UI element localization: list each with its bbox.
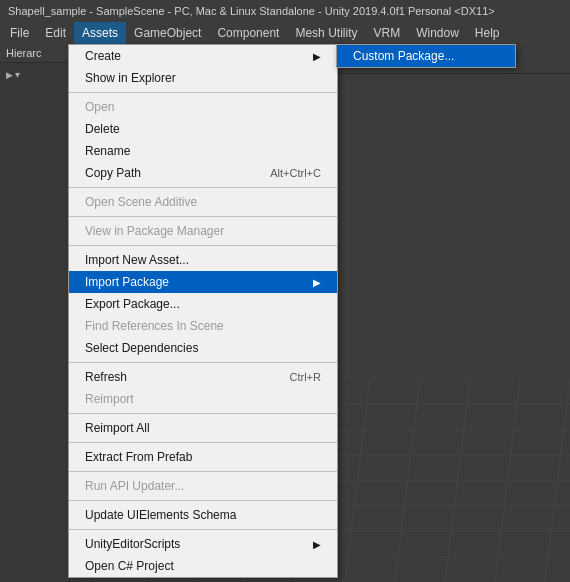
menu-run-api-updater: Run API Updater... (69, 475, 337, 497)
menu-window[interactable]: Window (408, 22, 467, 44)
unity-editor-scripts-arrow-icon: ▶ (313, 539, 321, 550)
separator-3 (69, 216, 337, 217)
menu-import-new-asset[interactable]: Import New Asset... (69, 249, 337, 271)
menu-open-scene-additive: Open Scene Additive (69, 191, 337, 213)
separator-1 (69, 92, 337, 93)
separator-4 (69, 245, 337, 246)
submenu-custom-package[interactable]: Custom Package... (337, 45, 515, 67)
menu-select-dependencies[interactable]: Select Dependencies (69, 337, 337, 359)
menu-update-uielements[interactable]: Update UIElements Schema (69, 504, 337, 526)
menu-gameobject[interactable]: GameObject (126, 22, 209, 44)
menu-rename[interactable]: Rename (69, 140, 337, 162)
hierarchy-item[interactable]: ▶ ▾ (0, 67, 69, 82)
menu-reimport-all[interactable]: Reimport All (69, 417, 337, 439)
menu-extract-from-prefab[interactable]: Extract From Prefab (69, 446, 337, 468)
separator-10 (69, 529, 337, 530)
menu-bar: File Edit Assets GameObject Component Me… (0, 22, 570, 44)
menu-refresh[interactable]: Refresh Ctrl+R (69, 366, 337, 388)
menu-export-package[interactable]: Export Package... (69, 293, 337, 315)
separator-8 (69, 471, 337, 472)
collapse-arrow-icon: ▶ (6, 70, 13, 80)
menu-view-package-manager: View in Package Manager (69, 220, 337, 242)
menu-open-csharp-project[interactable]: Open C# Project (69, 555, 337, 577)
import-package-arrow-icon: ▶ (313, 277, 321, 288)
menu-reimport: Reimport (69, 388, 337, 410)
import-package-submenu: Custom Package... (336, 44, 516, 68)
menu-create[interactable]: Create ▶ (69, 45, 337, 67)
menu-copy-path[interactable]: Copy Path Alt+Ctrl+C (69, 162, 337, 184)
menu-mesh-utility[interactable]: Mesh Utility (287, 22, 365, 44)
menu-delete[interactable]: Delete (69, 118, 337, 140)
menu-assets[interactable]: Assets (74, 22, 126, 44)
separator-9 (69, 500, 337, 501)
separator-7 (69, 442, 337, 443)
hierarchy-content: ▶ ▾ (0, 63, 69, 86)
menu-show-explorer[interactable]: Show in Explorer (69, 67, 337, 89)
hierarchy-title: Hierarc (6, 47, 41, 59)
hierarchy-panel: Hierarc ▶ ▾ (0, 44, 70, 582)
title-text: Shapell_sample - SampleScene - PC, Mac &… (8, 5, 495, 17)
menu-unity-editor-scripts[interactable]: UnityEditorScripts ▶ (69, 533, 337, 555)
menu-edit[interactable]: Edit (37, 22, 74, 44)
assets-dropdown-menu: Create ▶ Show in Explorer Open Delete Re… (68, 44, 338, 578)
menu-vrm[interactable]: VRM (365, 22, 408, 44)
menu-component[interactable]: Component (209, 22, 287, 44)
menu-open: Open (69, 96, 337, 118)
menu-file[interactable]: File (2, 22, 37, 44)
menu-help[interactable]: Help (467, 22, 508, 44)
title-bar: Shapell_sample - SampleScene - PC, Mac &… (0, 0, 570, 22)
separator-2 (69, 187, 337, 188)
hierarchy-header: Hierarc (0, 44, 69, 63)
create-arrow-icon: ▶ (313, 51, 321, 62)
menu-import-package[interactable]: Import Package ▶ (69, 271, 337, 293)
separator-5 (69, 362, 337, 363)
separator-6 (69, 413, 337, 414)
menu-find-references: Find References In Scene (69, 315, 337, 337)
